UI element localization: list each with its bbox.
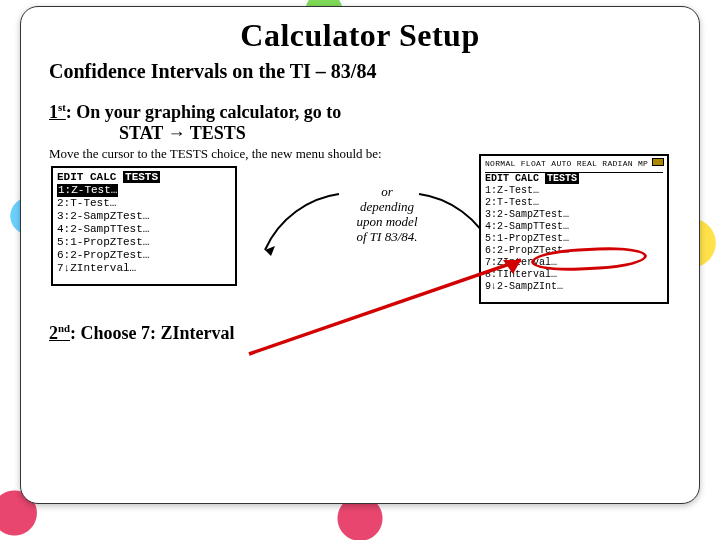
calc-right-tab-calc: CALC [515,173,539,184]
menu-caption: Move the cursor to the TESTS choice, the… [49,146,382,162]
calc-right-tab-edit: EDIT [485,173,509,184]
calc-right-item-1: 1:Z-Test… [485,185,663,197]
slide-card: Calculator Setup Confidence Intervals on… [20,6,700,504]
calc-left-item-1: 1:Z-Test… [57,184,118,197]
calc-right-item-3: 3:2-SampZTest… [485,209,663,221]
or-line-4: of TI 83/84. [327,229,447,244]
battery-icon [652,158,664,166]
or-line-2: depending [327,199,447,214]
step-1-text-b: STAT → TESTS [119,123,671,144]
calc-right-item-5: 5:1-PropZTest… [485,233,663,245]
calc-left-tab-calc: CALC [90,171,116,183]
screenshots-row: Move the cursor to the TESTS choice, the… [49,150,671,310]
slide-subtitle: Confidence Intervals on the TI – 83/84 [49,60,671,83]
calc-screen-left: EDIT CALC TESTS 1:Z-Test… 2:T-Test… 3:2-… [51,166,237,286]
calc-right-item-2: 2:T-Test… [485,197,663,209]
step-2-num: 2 [49,323,58,343]
or-line-3: upon model [327,214,447,229]
calc-left-item-4: 4:2-SampTTest… [57,223,231,236]
slide-title: Calculator Setup [49,17,671,54]
red-arrow-icon [245,250,535,360]
step-1-text-a: : On your graphing calculator, go to [66,102,342,122]
step-1: 1st: On your graphing calculator, go to … [49,101,671,144]
calc-right-tab-tests: TESTS [545,173,579,184]
calc-right-item-4: 4:2-SampTTest… [485,221,663,233]
calc-left-item-2: 2:T-Test… [57,197,231,210]
calc-left-item-6: 6:2-PropZTest… [57,249,231,262]
step-1-sup: st [58,101,66,113]
step-2-sup: nd [58,322,70,334]
or-note: or depending upon model of TI 83/84. [327,184,447,244]
calc-left-tab-tests: TESTS [123,171,160,183]
step-2-text: : Choose 7: ZInterval [70,323,235,343]
calc-right-header: NORMAL FLOAT AUTO REAL RADIAN MP [485,158,663,170]
calc-left-item-3: 3:2-SampZTest… [57,210,231,223]
calc-left-tab-edit: EDIT [57,171,83,183]
calc-left-item-7: 7↓ZInterval… [57,262,231,275]
or-line-1: or [327,184,447,199]
svg-line-0 [249,260,521,354]
step-1-num: 1 [49,102,58,122]
calc-left-item-5: 5:1-PropZTest… [57,236,231,249]
